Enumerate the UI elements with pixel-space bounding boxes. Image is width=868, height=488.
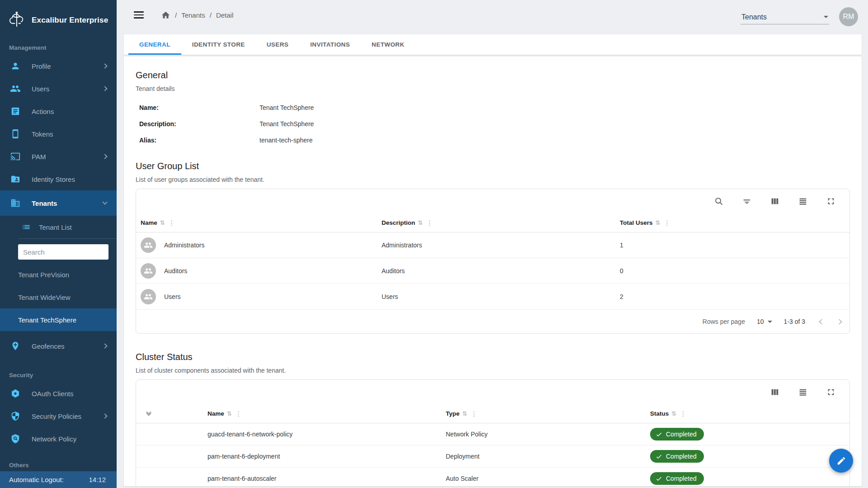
app-title: Excalibur Enterprise [32, 16, 108, 25]
group-avatar [141, 289, 156, 304]
home-icon[interactable] [161, 10, 170, 20]
column-menu-icon[interactable]: ⋮ [235, 410, 243, 417]
previous-page-icon[interactable] [819, 319, 825, 325]
article-icon [10, 106, 21, 117]
table-toolbar [136, 380, 849, 404]
sidebar-item-pam[interactable]: PAM [0, 145, 117, 168]
table-toolbar [136, 189, 849, 213]
sort-icon[interactable]: ⇅ [671, 410, 676, 417]
auto-logout-time: 14:12 [89, 476, 106, 483]
density-icon[interactable] [795, 384, 811, 400]
context-select-value: Tenants [741, 13, 824, 21]
status-badge: Completed [650, 450, 704, 463]
table-row[interactable]: Auditors Auditors 0 [136, 258, 849, 284]
sidebar-item-tenant-list[interactable]: Tenant List [0, 216, 117, 238]
main-area: / Tenants / Detail Tenants RM GENERAL ID… [117, 0, 868, 488]
caret-down-icon [768, 321, 772, 323]
column-menu-icon[interactable]: ⋮ [663, 219, 671, 227]
table-row[interactable]: pam-tenant-6-deployment Deployment Compl… [136, 445, 849, 468]
breadcrumb-separator: / [175, 11, 177, 19]
check-icon [656, 431, 662, 438]
table-header: Name⇅⋮ Description⇅⋮ Total Users⇅⋮ [136, 213, 849, 232]
next-page-icon[interactable] [836, 319, 842, 325]
sidebar-item-tenant-wideview[interactable]: Tenant WideView [0, 286, 117, 308]
sidebar-item-profile[interactable]: Profile [0, 55, 117, 77]
field-alias: Alias: tenant-tech-sphere [136, 132, 850, 148]
sort-icon[interactable]: ⇅ [418, 219, 423, 226]
user-avatar[interactable]: RM [839, 7, 858, 26]
chevron-right-icon [102, 343, 107, 348]
breadcrumb-separator: / [210, 11, 212, 19]
breadcrumb-item-detail: Detail [216, 11, 233, 19]
table-row[interactable]: Administrators Administrators 1 [136, 232, 849, 258]
menu-toggle-button[interactable] [134, 11, 144, 19]
section-management: Management [0, 44, 117, 51]
column-menu-icon[interactable]: ⋮ [425, 219, 434, 227]
column-menu-icon[interactable]: ⋮ [470, 410, 478, 417]
status-badge: Completed [650, 428, 704, 441]
table-row[interactable]: pam-tenant-6-autoscaler Auto Scaler Comp… [136, 468, 849, 486]
building-icon [10, 198, 21, 208]
field-name: Name: Tenant TechSphere [136, 99, 850, 116]
search-icon[interactable] [711, 194, 726, 209]
cast-icon [10, 151, 21, 162]
topbar: / Tenants / Detail Tenants RM [117, 0, 868, 34]
column-menu-icon[interactable]: ⋮ [168, 219, 176, 227]
sidebar-item-geofences[interactable]: Geofences [0, 335, 117, 357]
rows-per-page-select[interactable]: 10 [757, 318, 772, 325]
auto-logout-label: Automatic Logout: [9, 476, 64, 483]
general-subtitle: Tenant details [136, 85, 850, 92]
sidebar-item-security-policies[interactable]: Security Policies [0, 405, 117, 427]
person-icon [10, 61, 21, 71]
tab-general[interactable]: GENERAL [128, 34, 181, 55]
chevron-right-icon [102, 154, 107, 159]
table-row[interactable]: guacd-tenant-6-network-policy Network Po… [136, 423, 849, 445]
tenant-search [18, 244, 109, 260]
folder-shared-icon [10, 174, 21, 185]
tab-identity-store[interactable]: IDENTITY STORE [181, 34, 256, 55]
field-description: Description: Tenant TechSphere [136, 116, 850, 132]
table-pagination: Rows per page 10 1-3 of 3 [136, 310, 849, 333]
breadcrumb-item-tenants[interactable]: Tenants [181, 11, 205, 19]
context-select[interactable]: Tenants [741, 12, 829, 24]
sidebar-item-oauth-clients[interactable]: OAuth Clients [0, 382, 117, 405]
fullscreen-icon[interactable] [823, 384, 839, 400]
sidebar-item-tenant-techsphere[interactable]: Tenant TechSphere [0, 308, 117, 331]
edit-fab-button[interactable] [829, 449, 853, 473]
status-badge: Completed [650, 472, 704, 485]
tab-invitations[interactable]: INVITATIONS [299, 34, 361, 55]
sidebar-item-tokens[interactable]: Tokens [0, 123, 117, 145]
sidebar-item-tenant-prevision[interactable]: Tenant PreVision [0, 263, 117, 286]
list-icon [22, 223, 31, 232]
sidebar-item-tenants[interactable]: Tenants [0, 190, 117, 216]
tenant-search-input[interactable] [18, 244, 108, 260]
sidebar-item-identity-stores[interactable]: Identity Stores [0, 168, 117, 190]
columns-icon[interactable] [767, 194, 783, 209]
sidebar-item-network-policy[interactable]: Network Policy [0, 427, 117, 450]
sort-icon[interactable]: ⇅ [227, 410, 232, 417]
chevron-right-icon [102, 63, 107, 68]
group-avatar [141, 263, 156, 279]
table-row[interactable]: Users Users 2 [136, 284, 849, 310]
collapse-all-icon[interactable] [136, 412, 163, 415]
tab-network[interactable]: NETWORK [361, 34, 415, 55]
column-menu-icon[interactable]: ⋮ [679, 410, 687, 417]
sort-icon[interactable]: ⇅ [656, 219, 660, 226]
sort-icon[interactable]: ⇅ [462, 410, 467, 417]
sidebar-item-users[interactable]: Users [0, 77, 117, 100]
filter-icon[interactable] [739, 194, 755, 209]
table-header: Name⇅⋮ Type⇅⋮ Status⇅⋮ [136, 404, 849, 423]
smartphone-icon [10, 128, 21, 139]
general-title: General [136, 70, 850, 81]
breadcrumb: / Tenants / Detail [161, 10, 233, 20]
brand: Excalibur Enterprise [0, 0, 117, 38]
columns-icon[interactable] [767, 384, 783, 400]
check-icon [656, 453, 662, 460]
tab-users[interactable]: USERS [256, 34, 300, 55]
pagination-range: 1-3 of 3 [784, 318, 805, 325]
check-icon [656, 475, 662, 482]
sort-icon[interactable]: ⇅ [160, 219, 165, 226]
fullscreen-icon[interactable] [823, 194, 839, 209]
sidebar-item-actions[interactable]: Actions [0, 100, 117, 123]
density-icon[interactable] [795, 194, 811, 209]
